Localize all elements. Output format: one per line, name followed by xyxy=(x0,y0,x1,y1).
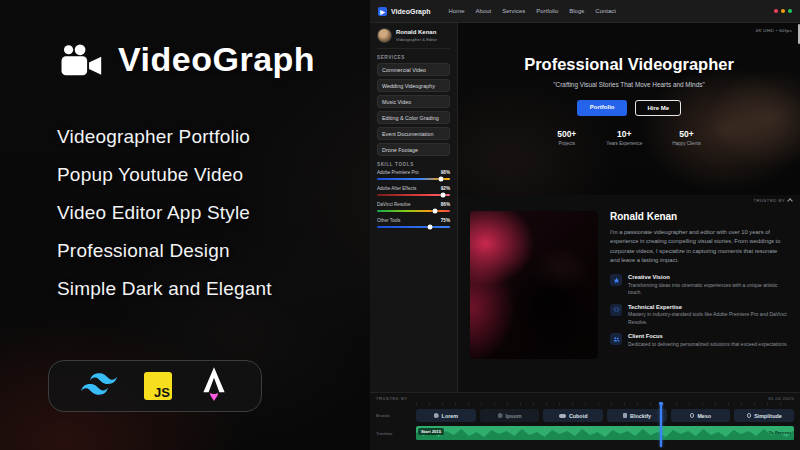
slider-handle-icon[interactable] xyxy=(428,225,433,230)
circle-icon xyxy=(747,413,752,418)
timeline-row-label: Timeline xyxy=(376,431,411,436)
hexagon-icon xyxy=(498,413,503,419)
code-icon xyxy=(610,304,622,316)
maximize-icon[interactable] xyxy=(788,9,792,13)
circle-icon xyxy=(690,413,695,418)
feature-item: Video Editor App Style xyxy=(57,202,272,224)
brand-name: VideoGraph xyxy=(118,40,315,79)
video-meta: 4K UHD • 60fps xyxy=(756,28,792,33)
brand-chip-cuboid[interactable]: Cuboid xyxy=(543,409,603,422)
javascript-icon: JS xyxy=(144,372,172,400)
feature-technical-expertise: Technical Expertise Mastery in industry-… xyxy=(610,304,788,327)
trusted-by-toggle[interactable]: TRUSTED BY xyxy=(753,198,792,203)
nav-link-services[interactable]: Services xyxy=(502,8,525,14)
hire-me-button[interactable]: Hire Me xyxy=(635,100,681,116)
about-section: TRUSTED BY Ronald Kenan I'm a passionate… xyxy=(458,195,800,392)
service-item[interactable]: Commercial Video xyxy=(377,63,450,76)
skill-after-effects: Adobe After Effects 92% xyxy=(377,186,450,196)
profile-role: Videographer & Editor xyxy=(396,37,437,42)
nav-link-home[interactable]: Home xyxy=(449,8,465,14)
skill-slider[interactable] xyxy=(377,178,450,181)
feature-item: Simple Dark and Elegant xyxy=(57,278,272,300)
brand-chip-ipsum[interactable]: Ipsum xyxy=(480,409,540,422)
waveform-icon xyxy=(416,426,794,440)
hero-title: Professional Videographer xyxy=(524,55,734,74)
feature-item: Videographer Portfolio xyxy=(57,126,272,148)
service-item[interactable]: Event Documentation xyxy=(377,127,450,140)
hero-subtitle: "Crafting Visual Stories That Move Heart… xyxy=(553,81,704,88)
star-icon xyxy=(610,274,622,286)
hero-section: 4K UHD • 60fps Professional Videographer… xyxy=(458,23,800,195)
promo-panel: VideoGraph Videographer Portfolio Popup … xyxy=(0,0,370,450)
service-item[interactable]: Drone Footage xyxy=(377,143,450,156)
hero-stats: 500+Projects 10+Years Experience 50+Happ… xyxy=(557,129,701,146)
profile-card: Ronald Kenan Videographer & Editor xyxy=(377,28,450,49)
feature-item: Popup Youtube Video xyxy=(57,164,272,186)
site-navbar: ▶ VideoGraph Home About Services Portfol… xyxy=(370,0,800,23)
video-camera-icon xyxy=(60,44,104,76)
chevron-up-icon xyxy=(787,198,793,204)
skill-slider[interactable] xyxy=(377,226,450,229)
feature-creative-vision: Creative Vision Transforming ideas into … xyxy=(610,274,788,297)
site-brand[interactable]: ▶ VideoGraph xyxy=(378,7,431,16)
nav-link-blogs[interactable]: Blogs xyxy=(569,8,584,14)
about-name: Ronald Kenan xyxy=(610,211,788,222)
timeline-section: TRUSTED BY 30.06.2025 Brands Lorem Ipsum… xyxy=(370,392,800,450)
timeline-track[interactable]: Start 2015 To Present xyxy=(416,426,794,440)
nav-link-portfolio[interactable]: Portfolio xyxy=(536,8,558,14)
about-photo xyxy=(470,211,598,359)
about-bio: I'm a passionate videographer and editor… xyxy=(610,228,788,265)
close-icon[interactable] xyxy=(774,9,778,13)
track-start-badge: Start 2015 xyxy=(418,428,444,435)
tailwind-icon xyxy=(81,372,117,400)
brands-row-label: Brands xyxy=(376,413,411,418)
hexagon-icon xyxy=(434,413,439,419)
users-icon xyxy=(610,333,622,345)
site-logo-icon: ▶ xyxy=(378,7,387,16)
brand-chip-blockify[interactable]: Blockify xyxy=(607,409,667,422)
slider-handle-icon[interactable] xyxy=(433,208,438,213)
service-item[interactable]: Editing & Color Grading xyxy=(377,111,450,124)
feature-list: Videographer Portfolio Popup Youtube Vid… xyxy=(57,126,272,300)
nav-link-about[interactable]: About xyxy=(476,8,492,14)
profile-name: Ronald Kenan xyxy=(396,29,437,36)
portfolio-button[interactable]: Portfolio xyxy=(577,100,628,116)
service-item[interactable]: Music Video xyxy=(377,95,450,108)
skill-slider[interactable] xyxy=(377,210,450,213)
slider-handle-icon[interactable] xyxy=(440,192,445,197)
timeline-ruler xyxy=(416,403,792,406)
square-icon xyxy=(623,413,628,418)
skills-heading: SKILL TOOLS xyxy=(377,162,450,167)
promo-banner: VideoGraph Videographer Portfolio Popup … xyxy=(0,0,800,450)
feature-item: Professional Design xyxy=(57,240,272,262)
service-item[interactable]: Wedding Videography xyxy=(377,79,450,92)
feature-client-focus: Client Focus Dedicated to delivering per… xyxy=(610,333,788,348)
minimize-icon[interactable] xyxy=(781,9,785,13)
site-sidebar: Ronald Kenan Videographer & Editor SERVI… xyxy=(370,23,458,392)
skill-other-tools: Other Tools 75% xyxy=(377,218,450,228)
avatar xyxy=(377,28,392,43)
nav-links: Home About Services Portfolio Blogs Cont… xyxy=(449,8,616,14)
playhead[interactable] xyxy=(660,404,662,447)
cylinder-icon xyxy=(559,414,566,418)
brand-chip-lorem[interactable]: Lorem xyxy=(416,409,476,422)
trusted-by-label: TRUSTED BY xyxy=(376,396,408,401)
skill-premiere: Adobe Premiere Pro 98% xyxy=(377,170,450,180)
skill-davinci: DaVinci Resolve 86% xyxy=(377,202,450,212)
skill-slider[interactable] xyxy=(377,194,450,197)
nav-link-contact[interactable]: Contact xyxy=(595,8,616,14)
website-preview: ▶ VideoGraph Home About Services Portfol… xyxy=(370,0,800,450)
slider-handle-icon[interactable] xyxy=(439,176,444,181)
brand-chip-meso[interactable]: Meso xyxy=(671,409,731,422)
astro-icon xyxy=(199,367,229,405)
brand-chips: Lorem Ipsum Cuboid Blockify Meso Simplit… xyxy=(416,409,794,422)
services-heading: SERVICES xyxy=(377,55,450,60)
window-controls xyxy=(774,9,792,13)
track-end-label: To Present xyxy=(769,430,791,435)
timeline-date: 30.06.2025 xyxy=(768,396,794,401)
tech-stack-pill: JS xyxy=(48,360,262,412)
brand-chip-simplitude[interactable]: Simplitude xyxy=(734,409,794,422)
brand-logo: VideoGraph xyxy=(60,40,315,79)
